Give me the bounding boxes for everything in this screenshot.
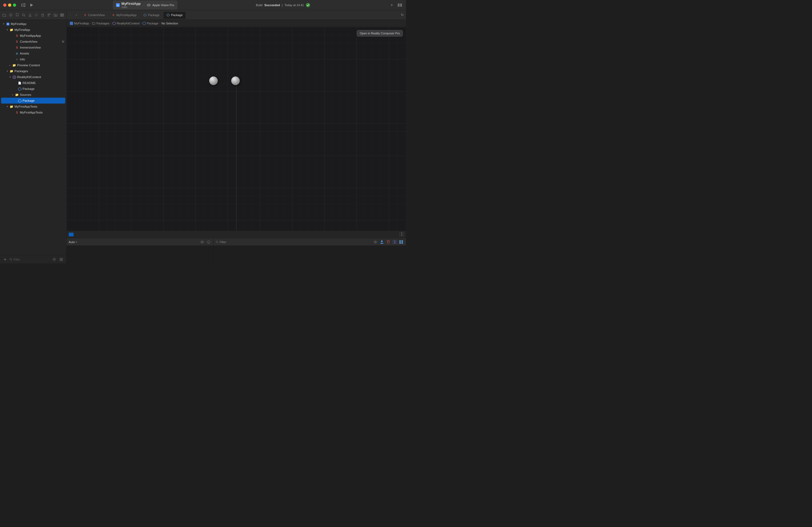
open-rc-label: Open in Reality Composer Pro bbox=[360, 32, 400, 35]
contentview-badge: M bbox=[62, 40, 64, 43]
svg-line-34 bbox=[12, 260, 12, 260]
diamond-icon-btn[interactable] bbox=[34, 12, 39, 18]
tab-myfirstappapp[interactable]: S MyFirstAppApp bbox=[108, 11, 140, 19]
info-button[interactable]: i bbox=[206, 239, 211, 245]
breadcrumb-folder-icon bbox=[92, 22, 95, 25]
eye-button[interactable] bbox=[200, 239, 205, 245]
minimize-button[interactable] bbox=[8, 3, 11, 7]
back-button[interactable]: ‹ bbox=[68, 12, 73, 18]
sidebar-item-myfirstapp-group[interactable]: ▾ A MyFirstApp bbox=[1, 21, 65, 27]
svg-point-9 bbox=[149, 4, 150, 6]
refresh-button[interactable]: ↻ bbox=[400, 12, 405, 18]
viewport[interactable]: Open in Reality Composer Pro bbox=[67, 27, 406, 230]
sidebar-item-readme[interactable]: ▸ 📄 README bbox=[1, 80, 65, 86]
svg-point-57 bbox=[375, 241, 376, 243]
title-bar-center[interactable]: A MyFirstApp main › Apple Vision Pro bbox=[113, 1, 177, 10]
svg-rect-19 bbox=[42, 15, 44, 16]
sidebar: ! bbox=[0, 10, 67, 264]
svg-text:!: ! bbox=[30, 15, 30, 16]
sidebar-item-package-selected[interactable]: ▸ Package bbox=[1, 98, 65, 104]
svg-rect-65 bbox=[399, 242, 401, 244]
sidebar-item-myfirstapptests-file[interactable]: ▸ S MyFirstAppTests bbox=[1, 109, 65, 115]
folder-icon: 📁 bbox=[10, 105, 13, 108]
sidebar-item-myfirstapp-target[interactable]: ▾ 📁 MyFirstApp bbox=[1, 27, 65, 33]
eye-right-button[interactable] bbox=[373, 239, 378, 245]
tab-package-active-label: Package bbox=[171, 13, 183, 17]
sidebar-toggle-button[interactable] bbox=[20, 3, 26, 7]
add-button[interactable]: + bbox=[389, 2, 395, 8]
swift-tab-icon: S bbox=[112, 13, 115, 17]
sidebar-item-contentview[interactable]: ▸ S ContentView M bbox=[1, 39, 65, 45]
folder-icon-btn[interactable] bbox=[2, 12, 7, 18]
breadcrumb-realitykitcontent[interactable]: RealityKitContent bbox=[117, 22, 140, 25]
app-name-display: MyFirstApp main bbox=[121, 2, 141, 9]
svg-line-17 bbox=[24, 16, 25, 16]
sphere-2 bbox=[231, 76, 240, 85]
svg-rect-0 bbox=[21, 3, 23, 7]
tab-contentview[interactable]: S ContentView bbox=[80, 11, 108, 19]
grid-view-button[interactable] bbox=[58, 257, 64, 262]
svg-point-22 bbox=[48, 15, 49, 16]
bottom-left-panel: Auto ▾ bbox=[67, 238, 214, 264]
swift-icon: S bbox=[15, 40, 19, 44]
forward-button[interactable]: › bbox=[74, 12, 79, 18]
split-button[interactable] bbox=[392, 239, 397, 245]
chevron-down-icon: ▾ bbox=[9, 76, 11, 78]
sources-icon: 📁 bbox=[15, 93, 19, 96]
layout-button[interactable] bbox=[397, 2, 403, 8]
trash-button[interactable] bbox=[386, 239, 391, 245]
sidebar-item-realitykitcontent[interactable]: ▾ RealityKitContent bbox=[1, 74, 65, 80]
lock-icon-btn[interactable] bbox=[40, 12, 45, 18]
build-time: Today at 14:41 bbox=[285, 3, 304, 7]
readme-icon: 📄 bbox=[18, 81, 21, 85]
filter-folder-icon-btn[interactable] bbox=[53, 12, 58, 18]
maximize-button[interactable] bbox=[13, 3, 16, 7]
sidebar-item-package-file[interactable]: ▸ Package bbox=[1, 86, 65, 92]
chevron-down-icon: ▾ bbox=[2, 22, 5, 25]
warning-icon-btn[interactable]: ! bbox=[27, 12, 33, 18]
sidebar-item-packages[interactable]: ▾ 📁 Packages bbox=[1, 68, 65, 74]
breadcrumb-package[interactable]: Package bbox=[147, 22, 158, 25]
layout-panels-icon bbox=[400, 232, 404, 236]
svg-rect-39 bbox=[60, 258, 61, 259]
bookmark-icon-btn[interactable] bbox=[14, 12, 20, 18]
svg-rect-48 bbox=[400, 232, 402, 236]
package-active-tab-icon bbox=[166, 13, 170, 17]
breadcrumb-packages[interactable]: Packages bbox=[97, 22, 109, 25]
sidebar-item-previewcontent[interactable]: ▸ 📁 Preview Content bbox=[1, 62, 65, 68]
person-button[interactable] bbox=[379, 239, 385, 245]
tab-package-plain[interactable]: Package bbox=[140, 11, 163, 19]
sidebar-item-immersiveview[interactable]: ▸ S ImmersiveView bbox=[1, 45, 65, 50]
sidebar-item-info[interactable]: ▸ ≡ Info bbox=[1, 56, 65, 62]
info-label: Info bbox=[20, 58, 65, 61]
sidebar-item-myfirstappapp[interactable]: ▸ S MyFirstAppApp bbox=[1, 33, 65, 39]
breadcrumb: MyFirstApp › Packages › RealityKitConten… bbox=[67, 20, 406, 27]
add-file-button[interactable]: + bbox=[2, 257, 8, 262]
grid-right-button[interactable] bbox=[398, 239, 404, 245]
open-rc-button[interactable]: Open in Reality Composer Pro bbox=[357, 30, 403, 36]
filter-options-button[interactable] bbox=[51, 257, 57, 262]
svg-rect-63 bbox=[399, 240, 401, 242]
close-button[interactable] bbox=[3, 3, 6, 7]
tab-package-active[interactable]: Package bbox=[163, 11, 186, 19]
swift-tab-icon: S bbox=[84, 13, 87, 17]
breadcrumb-sep-2: › bbox=[110, 22, 111, 25]
sidebar-item-myfirstapptests[interactable]: ▾ 📁 MyFirstAppTests bbox=[1, 104, 65, 109]
bottom-panel: Auto ▾ bbox=[67, 238, 406, 264]
swift-icon: S bbox=[15, 34, 19, 37]
info-icon: ≡ bbox=[15, 57, 19, 61]
svg-point-54 bbox=[216, 241, 218, 243]
search-icon-btn[interactable] bbox=[21, 12, 26, 18]
diff-icon-btn[interactable] bbox=[8, 12, 13, 18]
filter-right-container: Filter bbox=[216, 240, 226, 244]
breadcrumb-myfirstapp[interactable]: MyFirstApp bbox=[74, 22, 89, 25]
realitykitcontent-label: RealityKitContent bbox=[17, 75, 65, 79]
sidebar-item-sources[interactable]: ▸ 📁 Sources bbox=[1, 92, 65, 98]
run-button[interactable] bbox=[28, 2, 34, 8]
source-control-icon-btn[interactable] bbox=[46, 12, 52, 18]
previewcontent-label: Preview Content bbox=[17, 64, 65, 67]
svg-rect-1 bbox=[23, 3, 26, 4]
menu-icon-btn[interactable] bbox=[59, 12, 65, 18]
group-icon: A bbox=[6, 22, 10, 26]
sidebar-item-assets[interactable]: ▸ ⊞ Assets bbox=[1, 50, 65, 56]
